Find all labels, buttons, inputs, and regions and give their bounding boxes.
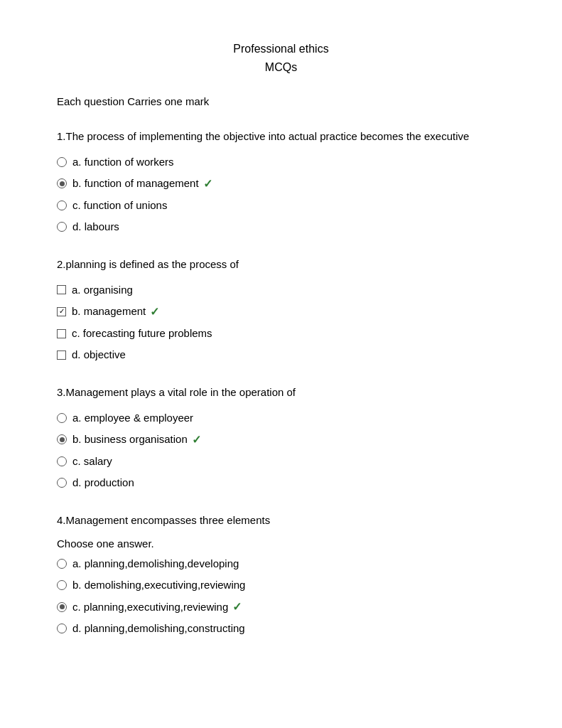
checkbox-q2-0[interactable] (57, 285, 66, 294)
option-label-q2-2: c. forecasting future problems (72, 325, 212, 342)
checkbox-q2-2[interactable] (57, 329, 66, 338)
radio-q1-2[interactable] (57, 200, 67, 210)
question-q1: 1.The process of implementing the object… (57, 129, 505, 235)
radio-q4-1[interactable] (57, 580, 67, 590)
option-label-q2-0: a. organising (72, 282, 133, 299)
option-q2-3[interactable]: d. objective (57, 346, 505, 363)
correct-check-q2-1: ✓ (150, 303, 159, 321)
checkbox-q2-3[interactable] (57, 350, 66, 360)
question-q2: 2.planning is defined as the process ofa… (57, 257, 505, 363)
question-text-q3: 3.Management plays a vital role in the o… (57, 385, 505, 401)
radio-q3-2[interactable] (57, 456, 67, 466)
option-label-q1-1: b. function of management (72, 175, 199, 192)
option-label-q3-2: c. salary (72, 453, 112, 470)
option-q2-0[interactable]: a. organising (57, 282, 505, 299)
question-q3: 3.Management plays a vital role in the o… (57, 385, 505, 491)
radio-q4-0[interactable] (57, 559, 67, 569)
correct-check-q4-2: ✓ (232, 598, 242, 616)
page-title: Professional ethics (57, 43, 505, 55)
option-q1-0[interactable]: a. function of workers (57, 154, 505, 171)
option-label-q4-1: b. demolishing,executiving,reviewing (72, 577, 245, 594)
option-q2-1[interactable]: b. management✓ (57, 303, 505, 321)
option-label-q4-2: c. planning,executiving,reviewing (72, 599, 228, 616)
radio-q3-0[interactable] (57, 413, 67, 423)
radio-q3-3[interactable] (57, 478, 67, 488)
option-q2-2[interactable]: c. forecasting future problems (57, 325, 505, 342)
option-q4-1[interactable]: b. demolishing,executiving,reviewing (57, 577, 505, 594)
question-text-q4: 4.Management encompasses three elements (57, 513, 505, 529)
radio-q1-1[interactable] (57, 178, 67, 188)
question-text-q1: 1.The process of implementing the object… (57, 129, 505, 145)
option-q3-2[interactable]: c. salary (57, 453, 505, 470)
option-label-q1-0: a. function of workers (72, 154, 174, 171)
page-subtitle: MCQs (57, 61, 505, 74)
option-label-q4-0: a. planning,demolishing,developing (72, 555, 239, 572)
option-label-q1-2: c. function of unions (72, 197, 167, 214)
option-label-q2-3: d. objective (72, 346, 126, 363)
option-label-q4-3: d. planning,demolishing,constructing (72, 620, 245, 637)
option-label-q1-3: d. labours (72, 218, 119, 235)
choose-note-q4: Choose one answer. (57, 537, 505, 550)
instructions: Each question Carries one mark (57, 95, 505, 107)
correct-check-q3-1: ✓ (192, 431, 201, 449)
option-q4-2[interactable]: c. planning,executiving,reviewing✓ (57, 598, 505, 616)
option-q3-0[interactable]: a. employee & employeer (57, 410, 505, 427)
option-label-q3-3: d. production (72, 474, 134, 491)
radio-q1-3[interactable] (57, 222, 67, 232)
option-q1-2[interactable]: c. function of unions (57, 197, 505, 214)
option-q3-1[interactable]: b. business organisation✓ (57, 431, 505, 449)
option-label-q3-1: b. business organisation (72, 431, 188, 448)
option-q3-3[interactable]: d. production (57, 474, 505, 491)
option-label-q2-1: b. management (72, 303, 146, 320)
radio-q4-3[interactable] (57, 623, 67, 633)
radio-q1-0[interactable] (57, 157, 67, 167)
option-q4-3[interactable]: d. planning,demolishing,constructing (57, 620, 505, 637)
option-q1-3[interactable]: d. labours (57, 218, 505, 235)
checkbox-q2-1[interactable] (57, 307, 66, 316)
option-q1-1[interactable]: b. function of management✓ (57, 175, 505, 193)
question-q4: 4.Management encompasses three elementsC… (57, 513, 505, 637)
radio-q4-2[interactable] (57, 602, 67, 612)
question-text-q2: 2.planning is defined as the process of (57, 257, 505, 273)
radio-q3-1[interactable] (57, 434, 67, 444)
correct-check-q1-1: ✓ (203, 175, 212, 193)
option-label-q3-0: a. employee & employeer (72, 410, 193, 427)
option-q4-0[interactable]: a. planning,demolishing,developing (57, 555, 505, 572)
